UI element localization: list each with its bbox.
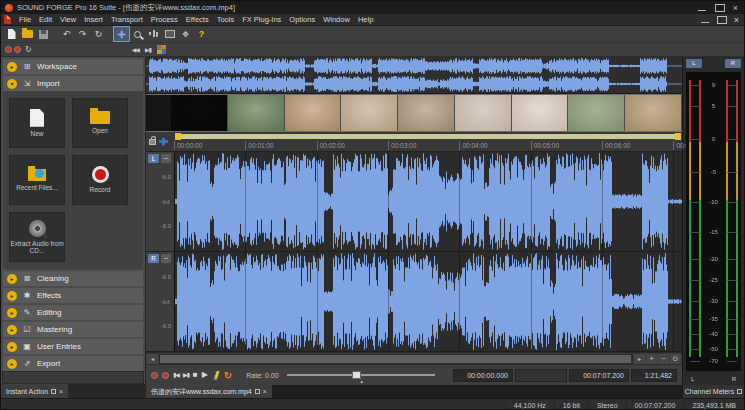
minimize-icon[interactable] xyxy=(697,4,707,12)
sidebar-section-editing[interactable]: ▸✎Editing xyxy=(3,305,143,320)
left-channel-waveform[interactable] xyxy=(174,152,682,251)
event-tool-button[interactable]: ✥ xyxy=(178,27,193,41)
video-thumbnail-6[interactable] xyxy=(455,95,512,131)
tab-close-icon[interactable]: × xyxy=(59,388,63,395)
undo-button[interactable]: ↶ xyxy=(59,27,74,41)
menu-window[interactable]: Window xyxy=(319,15,354,24)
right-channel-button[interactable]: R xyxy=(148,254,159,263)
import-open-button[interactable]: Open xyxy=(72,98,128,148)
hub-icon[interactable] xyxy=(159,138,168,146)
document-tab[interactable]: 伤逝的安详www.ssdax.com.mp4 × xyxy=(146,385,272,398)
meter-right-button[interactable]: R xyxy=(725,59,741,68)
close-icon[interactable]: × xyxy=(733,4,738,12)
scroll-right-button[interactable]: ▸ xyxy=(634,354,645,364)
loop-playback-icon[interactable]: ↻ xyxy=(23,45,34,54)
video-thumbnail-8[interactable] xyxy=(568,95,625,131)
rate-slider[interactable]: ▴ xyxy=(287,374,435,376)
doc-restore-icon[interactable] xyxy=(255,389,260,394)
instant-action-tab[interactable]: Instant Action × xyxy=(1,384,68,398)
menu-insert[interactable]: Insert xyxy=(80,15,107,24)
stop-button[interactable]: ■ xyxy=(193,371,198,379)
left-channel-button[interactable]: L xyxy=(148,154,159,163)
redo-button[interactable]: ↷ xyxy=(75,27,90,41)
expand-icon[interactable]: ▸ xyxy=(7,308,17,318)
snapshot-button[interactable] xyxy=(162,27,177,41)
sidebar-section-workspace[interactable]: ▸⊞Workspace xyxy=(3,59,143,74)
child-close-icon[interactable]: × xyxy=(734,16,739,24)
maximize-icon[interactable] xyxy=(715,4,725,12)
menu-fx-plug-ins[interactable]: FX Plug-Ins xyxy=(238,15,285,24)
sidebar-section-effects[interactable]: ▸✱Effects xyxy=(3,288,143,303)
right-channel-waveform[interactable] xyxy=(174,252,682,351)
scrollbar-thumb[interactable] xyxy=(160,355,631,363)
right-channel-minimize-button[interactable]: – xyxy=(161,254,171,263)
selection-display[interactable] xyxy=(515,369,567,382)
left-channel-minimize-button[interactable]: – xyxy=(161,154,171,163)
playback-cursor[interactable] xyxy=(174,252,175,351)
lock-icon[interactable] xyxy=(149,139,156,145)
import-recent-files-button[interactable]: Recent Files... xyxy=(9,155,65,205)
child-minimize-icon[interactable] xyxy=(700,16,710,24)
sidebar-section-mastering[interactable]: ▸☑Mastering xyxy=(3,322,143,337)
go-to-end-button[interactable]: ▶▮ xyxy=(183,372,189,378)
record-remote-icon[interactable] xyxy=(5,46,12,53)
video-thumbnail-7[interactable] xyxy=(512,95,569,131)
menu-effects[interactable]: Effects xyxy=(182,15,213,24)
video-thumbnail-4[interactable] xyxy=(341,95,398,131)
expand-icon[interactable]: ▸ xyxy=(7,291,17,301)
loop-button[interactable]: ↻ xyxy=(224,370,232,381)
expand-icon[interactable]: ▸ xyxy=(7,342,17,352)
menu-file[interactable]: File xyxy=(15,15,35,24)
sidebar-section-import[interactable]: ▾⇲Import xyxy=(3,76,143,91)
edit-tool-button[interactable]: ✛ xyxy=(114,27,129,41)
channel-meters-title[interactable]: Channel Meters xyxy=(683,385,744,398)
menu-help[interactable]: Help xyxy=(354,15,377,24)
new-button[interactable] xyxy=(4,27,19,41)
play-button[interactable]: ▶ xyxy=(202,371,208,379)
playback-cursor[interactable] xyxy=(174,152,175,251)
save-button[interactable] xyxy=(36,27,51,41)
expand-icon[interactable]: ▸ xyxy=(7,274,17,284)
layout-grid-icon[interactable] xyxy=(157,45,166,54)
loop-region[interactable] xyxy=(175,134,681,139)
expand-icon[interactable]: ▸ xyxy=(7,359,17,369)
open-button[interactable] xyxy=(20,27,35,41)
import-extract-audio-from-cd-button[interactable]: Extract Audio from CD... xyxy=(9,212,65,262)
magnify-tool-button[interactable] xyxy=(130,27,145,41)
go-to-end-icon[interactable]: ▶▮ xyxy=(145,46,151,53)
record-remote-button[interactable] xyxy=(151,372,158,379)
menu-edit[interactable]: Edit xyxy=(35,15,56,24)
collapse-icon[interactable]: ▾ xyxy=(7,79,17,89)
overview-waveform[interactable] xyxy=(146,57,682,94)
timeline-ruler[interactable]: 00:00:0000:01:0000:02:0000:03:0000:04:00… xyxy=(174,140,682,151)
meters-float-icon[interactable] xyxy=(737,389,742,394)
import-new-button[interactable]: New xyxy=(9,98,65,148)
rate-slider-thumb[interactable] xyxy=(352,371,361,379)
record-button[interactable] xyxy=(162,372,169,379)
video-thumbnail-5[interactable] xyxy=(398,95,455,131)
zoom-out-button[interactable]: − xyxy=(658,354,669,364)
tab-float-icon[interactable] xyxy=(51,389,56,394)
menu-transport[interactable]: Transport xyxy=(107,15,147,24)
import-record-button[interactable]: Record xyxy=(72,155,128,205)
cursor-position-display[interactable]: 00:00:00.000 xyxy=(453,369,513,382)
loop-region-bar[interactable] xyxy=(174,132,682,140)
whats-this-button[interactable]: ? xyxy=(194,27,209,41)
play-all-icon[interactable] xyxy=(212,371,220,380)
zoom-in-button[interactable]: + xyxy=(646,354,657,364)
child-restore-icon[interactable] xyxy=(717,16,727,24)
go-to-start-button[interactable]: ▮◀ xyxy=(173,372,179,378)
expand-icon[interactable]: ▸ xyxy=(7,62,17,72)
menu-tools[interactable]: Tools xyxy=(213,15,239,24)
menu-process[interactable]: Process xyxy=(147,15,182,24)
repeat-button[interactable]: ↻ xyxy=(91,27,106,41)
menu-view[interactable]: View xyxy=(56,15,80,24)
menu-options[interactable]: Options xyxy=(285,15,319,24)
meter-left-button[interactable]: L xyxy=(686,59,702,68)
video-thumbnail-3[interactable] xyxy=(285,95,342,131)
scrollbar-track[interactable] xyxy=(159,354,633,364)
scroll-left-button[interactable]: ◂ xyxy=(147,354,158,364)
statistics-button[interactable] xyxy=(146,27,161,41)
video-thumbnail-1[interactable] xyxy=(171,95,228,131)
sidebar-section-export[interactable]: ▸⇗Export xyxy=(3,356,143,371)
